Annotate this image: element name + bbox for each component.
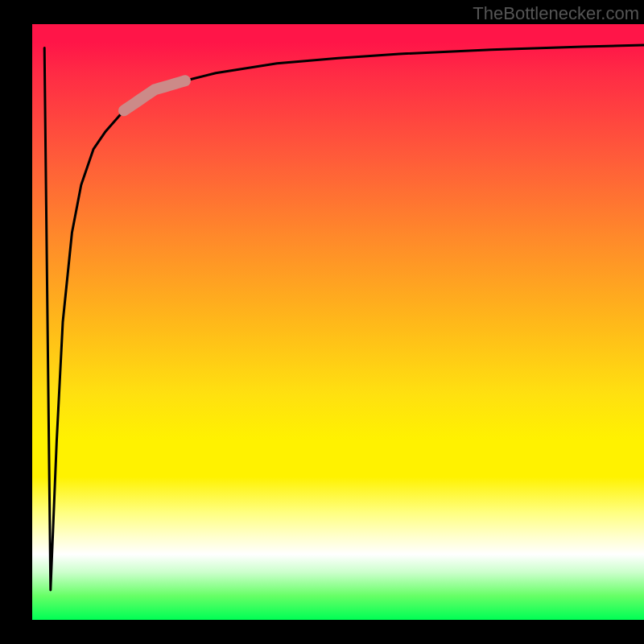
attribution-text: TheBottlenecker.com (473, 3, 639, 24)
plot-area (32, 24, 644, 620)
bottleneck-curve (44, 45, 644, 590)
chart-svg (32, 24, 644, 620)
highlight-segment (124, 80, 185, 110)
